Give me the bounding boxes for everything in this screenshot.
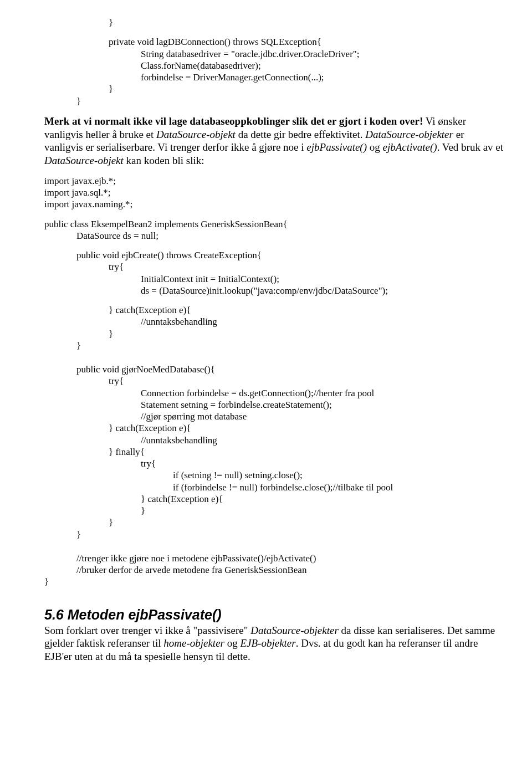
code-line: private void lagDBConnection() throws SQ… [44,36,504,48]
code-line: import javax.ejb.*; [44,175,504,187]
code-line: Class.forName(databasedriver); [44,60,504,71]
code-line: } [44,328,504,340]
code-line: } [44,17,504,28]
code-line: public class EksempelBean2 implements Ge… [44,218,504,230]
code-line: } [44,529,504,540]
text-italic: ejbActivate() [383,141,437,153]
code-line: ds = (DataSource)init.lookup("java:comp/… [44,285,504,296]
code-line: try{ [44,375,504,387]
code-line: //bruker derfor de arvede metodene fra G… [44,564,504,576]
code-line: } catch(Exception e){ [44,422,504,434]
text-italic: EJB-objekter [240,637,295,649]
code-line: } catch(Exception e){ [44,304,504,316]
text-italic: DataSource-objekt [44,155,124,166]
code-line: //gjør spørring mot database [44,411,504,422]
text: . Ved bruk av et [437,141,503,153]
text-italic: DataSource-objekt [156,129,236,140]
code-line: } catch(Exception e){ [44,493,504,505]
code-line: public void gjørNoeMedDatabase(){ [44,364,504,375]
code-line: //unntaksbehandling [44,316,504,327]
code-line: DataSource ds = null; [44,230,504,242]
code-line: } [44,95,504,107]
text-italic: DataSource-objekter [250,625,339,636]
code-line: forbindelse = DriverManager.getConnectio… [44,71,504,83]
code-line: try{ [44,261,504,273]
text: kan koden bli slik: [124,155,204,166]
code-line: if (setning != null) setning.close(); [44,469,504,481]
text-italic: DataSource-objekter [365,129,453,140]
paragraph-datasource: Merk at vi normalt ikke vil lage databas… [44,115,504,167]
text-italic: home-objekter [163,637,224,649]
code-line: //trenger ikke gjøre noe i metodene ejbP… [44,552,504,564]
code-line: //unntaksbehandling [44,434,504,446]
code-line: } [44,505,504,516]
code-line: try{ [44,458,504,469]
code-line: InitialContext init = InitialContext(); [44,273,504,285]
code-line: import java.sql.*; [44,187,504,198]
code-line: } [44,340,504,351]
code-line: } finally{ [44,446,504,458]
code-line: public void ejbCreate() throws CreateExc… [44,249,504,261]
code-line: } [44,83,504,95]
code-line: Statement setning = forbindelse.createSt… [44,399,504,411]
document-page: } private void lagDBConnection() throws … [0,0,532,699]
code-line: } [44,576,504,587]
text: og [224,637,241,649]
code-line: Connection forbindelse = ds.getConnectio… [44,387,504,399]
text: og [367,141,383,153]
text: Merk at vi normalt ikke vil lage databas… [44,115,423,127]
text: Som forklart over trenger vi ikke å "pas… [44,625,250,636]
code-line: String databasedriver = "oracle.jdbc.dri… [44,48,504,60]
code-line: } [44,516,504,528]
text: da dette gir bedre effektivitet. [236,129,365,140]
paragraph-passivate: Som forklart over trenger vi ikke å "pas… [44,624,504,663]
text-italic: ejbPassivate() [306,141,367,153]
section-heading: 5.6 Metoden ejbPassivate() [44,607,504,623]
code-line: import javax.naming.*; [44,198,504,210]
code-line: if (forbindelse != null) forbindelse.clo… [44,482,504,493]
